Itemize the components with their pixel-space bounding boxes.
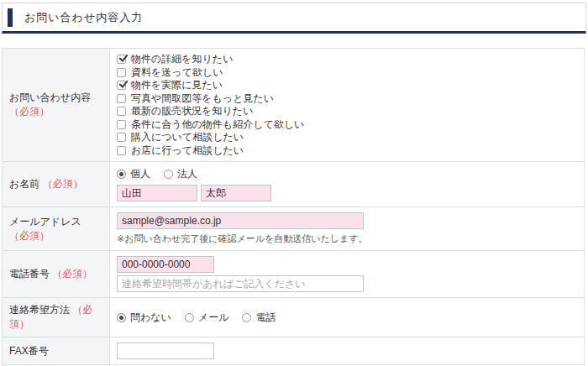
name-type-label: 法人 xyxy=(177,167,197,181)
checkbox-icon[interactable] xyxy=(117,107,126,116)
inquiry-label-cell: お問い合わせ内容 （必須） xyxy=(3,49,110,162)
required-badge: （必須） xyxy=(52,268,92,280)
fax-field[interactable] xyxy=(117,342,214,359)
row-name: お名前 （必須） 個人 法人 xyxy=(3,162,585,207)
inquiry-option-label: 購入について相談したい xyxy=(131,130,244,144)
fax-label-cell: FAX番号 xyxy=(3,337,110,365)
radio-icon[interactable] xyxy=(185,313,194,322)
email-cell: ※お問い合わせ完了後に確認メールを自動送信いたします。 xyxy=(110,207,585,251)
inquiry-label: お問い合わせ内容 xyxy=(9,92,91,103)
contact-method-option-label: メール xyxy=(198,311,229,325)
name-type-radio-group: 個人 法人 xyxy=(117,167,577,181)
email-field[interactable] xyxy=(117,212,364,229)
name-type-label: 個人 xyxy=(130,167,150,181)
phone-cell xyxy=(110,251,585,298)
checkbox-icon[interactable] xyxy=(117,94,126,103)
inquiry-option[interactable]: 条件に合う他の物件も紹介して欲しい xyxy=(117,118,577,132)
fax-cell xyxy=(110,337,585,365)
name-type-option[interactable]: 法人 xyxy=(164,167,197,181)
contact-method-option[interactable]: 電話 xyxy=(242,311,276,325)
contact-time-field[interactable] xyxy=(117,275,364,292)
row-phone: 電話番号 （必須） xyxy=(3,251,585,298)
contact-method-radio-group: 問わない メール 電話 xyxy=(117,311,577,325)
inquiry-option-label: 物件を実際に見たい xyxy=(131,78,223,92)
contact-method-option-label: 電話 xyxy=(255,311,276,325)
checkbox-icon[interactable] xyxy=(117,120,126,129)
inquiry-option[interactable]: 物件を実際に見たい xyxy=(117,79,577,92)
checkbox-icon[interactable] xyxy=(117,146,126,155)
name-cell: 個人 法人 xyxy=(110,162,585,207)
page-header: お問い合わせ内容入力 xyxy=(2,3,586,34)
phone-field[interactable] xyxy=(117,256,214,273)
contact-method-option[interactable]: メール xyxy=(185,311,229,325)
last-name-field[interactable] xyxy=(117,185,197,201)
phone-label: 電話番号 xyxy=(9,268,50,280)
inquiry-options-cell: 物件の詳細を知りたい 資料を送って欲しい 物件を実際に見たい 写真や間取図等をも… xyxy=(110,49,585,162)
row-contact-method: 連絡希望方法 （必須） 問わない メール 電話 xyxy=(3,298,585,337)
required-badge: （必須） xyxy=(43,178,83,190)
email-note: ※お問い合わせ完了後に確認メールを自動送信いたします。 xyxy=(117,233,577,245)
inquiry-option-label: 条件に合う他の物件も紹介して欲しい xyxy=(131,118,304,132)
name-label: お名前 xyxy=(9,178,39,190)
radio-icon[interactable] xyxy=(117,170,126,179)
row-inquiry: お問い合わせ内容 （必須） 物件の詳細を知りたい 資料を送って欲しい 物件を実際… xyxy=(3,49,585,162)
radio-icon[interactable] xyxy=(164,170,173,179)
checkbox-icon[interactable] xyxy=(117,68,126,77)
inquiry-option-label: 資料を送って欲しい xyxy=(131,65,223,80)
contact-method-option-label: 問わない xyxy=(130,311,171,325)
required-badge: （必須） xyxy=(9,106,50,118)
accent-bar-icon xyxy=(8,8,13,27)
inquiry-option-label: 最新の販売状況を知りたい xyxy=(131,104,253,118)
checkbox-icon[interactable] xyxy=(117,133,126,142)
fax-label: FAX番号 xyxy=(9,345,49,357)
inquiry-form-table: お問い合わせ内容 （必須） 物件の詳細を知りたい 資料を送って欲しい 物件を実際… xyxy=(2,48,585,366)
inquiry-option-label: 物件の詳細を知りたい xyxy=(131,52,233,66)
inquiry-option[interactable]: お店に行って相談したい xyxy=(117,144,577,158)
checkbox-icon[interactable] xyxy=(117,55,126,64)
inquiry-option[interactable]: 資料を送って欲しい xyxy=(117,66,577,80)
inquiry-option[interactable]: 物件の詳細を知りたい xyxy=(117,53,577,66)
inquiry-option[interactable]: 写真や間取図等をもっと見たい xyxy=(117,92,577,106)
inquiry-option[interactable]: 購入について相談したい xyxy=(117,131,577,144)
radio-icon[interactable] xyxy=(242,313,251,322)
checkbox-icon[interactable] xyxy=(117,81,126,90)
phone-label-cell: 電話番号 （必須） xyxy=(3,251,110,298)
contact-method-option[interactable]: 問わない xyxy=(117,311,171,325)
contact-method-cell: 問わない メール 電話 xyxy=(110,298,585,337)
radio-icon[interactable] xyxy=(117,313,126,322)
email-label: メールアドレス xyxy=(9,216,81,227)
page-title: お問い合わせ内容入力 xyxy=(24,10,143,25)
name-type-option[interactable]: 個人 xyxy=(117,167,150,181)
inquiry-option-label: お店に行って相談したい xyxy=(131,144,244,158)
row-email: メールアドレス （必須） ※お問い合わせ完了後に確認メールを自動送信いたします。 xyxy=(3,207,585,251)
email-label-cell: メールアドレス （必須） xyxy=(3,207,110,251)
contact-method-label: 連絡希望方法 xyxy=(9,304,70,316)
name-label-cell: お名前 （必須） xyxy=(3,162,110,207)
inquiry-option-label: 写真や間取図等をもっと見たい xyxy=(131,92,274,106)
row-fax: FAX番号 xyxy=(3,337,585,365)
required-badge: （必須） xyxy=(9,230,50,242)
inquiry-option[interactable]: 最新の販売状況を知りたい xyxy=(117,105,577,118)
first-name-field[interactable] xyxy=(201,185,271,201)
contact-method-label-cell: 連絡希望方法 （必須） xyxy=(3,298,110,337)
